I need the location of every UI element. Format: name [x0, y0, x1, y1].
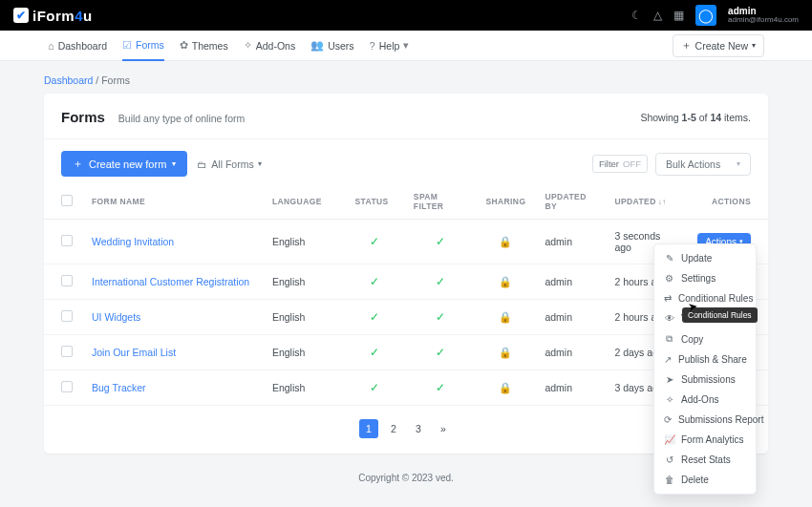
- nav-themes[interactable]: ✿Themes: [180, 32, 228, 60]
- result-summary: Showing 1-5 of 14 items.: [640, 112, 751, 123]
- nav-dashboard[interactable]: ⌂Dashboard: [48, 32, 107, 60]
- page-3[interactable]: 3: [409, 419, 428, 438]
- action-conditional-rules[interactable]: ⇄Conditional Rules: [654, 288, 756, 308]
- plus-icon: ＋: [681, 39, 692, 53]
- spam-active-icon: ✓: [436, 310, 445, 324]
- action-submissions[interactable]: ➤Submissions: [654, 370, 756, 390]
- col-status[interactable]: STATUS: [345, 184, 403, 220]
- send-icon: ➤: [664, 374, 674, 385]
- chart-icon: 📈: [664, 434, 674, 445]
- row-checkbox[interactable]: [61, 310, 73, 322]
- pencil-icon: ✎: [664, 253, 674, 264]
- col-updated-by[interactable]: UPDATED BY: [535, 184, 605, 220]
- row-checkbox[interactable]: [61, 346, 73, 357]
- logo-mark-icon: ✔: [13, 8, 29, 23]
- nav-forms[interactable]: ☑Forms: [122, 32, 164, 61]
- row-updated-by: admin: [535, 335, 605, 370]
- lock-icon: 🔒: [499, 236, 512, 247]
- row-language: English: [263, 264, 346, 300]
- bulk-actions-select[interactable]: Bulk Actions ▾: [655, 153, 751, 176]
- action-delete[interactable]: 🗑Delete: [654, 470, 756, 490]
- user-info[interactable]: admin admin@iform4u.com: [728, 6, 799, 25]
- user-email: admin@iform4u.com: [728, 16, 799, 25]
- row-language: English: [263, 335, 346, 370]
- form-name-link[interactable]: UI Widgets: [82, 300, 263, 335]
- nav-help[interactable]: ?Help▾: [370, 32, 410, 60]
- theme-toggle-icon[interactable]: ☾: [631, 9, 642, 22]
- action-addons[interactable]: ✧Add-Ons: [654, 390, 756, 410]
- lock-icon: 🔒: [499, 347, 512, 358]
- row-language: English: [263, 220, 346, 264]
- form-name-link[interactable]: International Customer Registration: [82, 264, 263, 300]
- chevron-down-icon: ▾: [737, 159, 740, 168]
- row-updated-by: admin: [535, 300, 605, 335]
- notifications-icon[interactable]: △: [653, 9, 662, 22]
- page-2[interactable]: 2: [384, 419, 403, 438]
- folder-filter[interactable]: 🗀 All Forms ▾: [197, 158, 261, 170]
- col-form-name[interactable]: FORM NAME: [82, 184, 263, 220]
- create-new-button[interactable]: ＋ Create New ▾: [673, 34, 764, 57]
- home-icon: ⌂: [48, 40, 54, 52]
- col-spam[interactable]: SPAM FILTER: [404, 184, 477, 220]
- row-language: English: [263, 300, 346, 335]
- action-update[interactable]: ✎Update: [654, 248, 756, 268]
- plus-icon: ＋: [73, 157, 83, 171]
- row-checkbox[interactable]: [61, 275, 73, 286]
- logo-text: iForm4u: [32, 8, 93, 24]
- breadcrumb: Dashboard / Forms: [0, 61, 812, 94]
- col-updated[interactable]: UPDATED↓↑: [605, 184, 688, 220]
- chevron-down-icon: ▾: [403, 39, 409, 52]
- action-settings[interactable]: ⚙Settings: [654, 268, 756, 288]
- sort-desc-icon: ↓↑: [658, 198, 667, 206]
- palette-icon: ✿: [180, 39, 188, 52]
- row-updated-by: admin: [535, 220, 605, 264]
- form-name-link[interactable]: Bug Tracker: [82, 370, 263, 406]
- brand-logo[interactable]: ✔ iForm4u: [13, 8, 93, 24]
- action-submissions-report[interactable]: ⟳Submissions Report: [654, 410, 756, 430]
- chevron-down-icon: ▾: [752, 41, 756, 50]
- action-analytics[interactable]: 📈Form Analytics: [654, 430, 756, 450]
- select-all-checkbox[interactable]: [61, 195, 73, 206]
- spam-active-icon: ✓: [436, 346, 445, 359]
- create-form-button[interactable]: ＋ Create new form ▾: [61, 151, 187, 177]
- lock-icon: 🔒: [499, 311, 512, 323]
- page-1[interactable]: 1: [359, 419, 378, 438]
- chevron-down-icon: ▾: [258, 159, 262, 168]
- gear-icon: ⚙: [664, 273, 674, 284]
- status-active-icon: ✓: [370, 275, 379, 288]
- copy-icon: ⧉: [664, 333, 674, 345]
- spam-active-icon: ✓: [436, 235, 445, 248]
- row-checkbox[interactable]: [61, 381, 73, 392]
- puzzle-icon: ✧: [244, 39, 252, 52]
- card-header: Forms Build any type of online form Show…: [44, 94, 768, 139]
- topbar: ✔ iForm4u ☾ △ ▦ ◯ admin admin@iform4u.co…: [0, 0, 812, 31]
- branch-icon: ⇄: [664, 293, 672, 304]
- help-icon: ?: [370, 40, 375, 52]
- lock-icon: 🔒: [499, 276, 512, 287]
- action-reset-stats[interactable]: ↺Reset Stats: [654, 450, 756, 470]
- nav-addons[interactable]: ✧Add-Ons: [244, 32, 295, 60]
- eye-icon: 👁: [664, 313, 674, 324]
- main-nav: ⌂Dashboard ☑Forms ✿Themes ✧Add-Ons 👥User…: [0, 31, 812, 61]
- share-icon: ↗: [664, 354, 672, 365]
- user-avatar[interactable]: ◯: [695, 5, 716, 26]
- row-actions-menu: ✎Update ⚙Settings ⇄Conditional Rules 👁Vi…: [653, 243, 757, 495]
- row-updated-by: admin: [535, 264, 605, 300]
- spam-active-icon: ✓: [436, 381, 445, 394]
- action-copy[interactable]: ⧉Copy: [654, 328, 756, 349]
- breadcrumb-dashboard[interactable]: Dashboard: [44, 74, 93, 86]
- page-subtitle: Build any type of online form: [118, 113, 246, 124]
- col-sharing[interactable]: SHARING: [476, 184, 535, 220]
- action-publish[interactable]: ↗Publish & Share: [654, 349, 756, 370]
- chevron-down-icon: ▾: [172, 159, 176, 168]
- form-name-link[interactable]: Join Our Email List: [82, 335, 263, 370]
- apps-grid-icon[interactable]: ▦: [673, 9, 684, 22]
- spam-active-icon: ✓: [436, 275, 445, 288]
- nav-users[interactable]: 👥Users: [310, 32, 353, 60]
- row-checkbox[interactable]: [61, 235, 73, 246]
- col-language[interactable]: LANGUAGE: [263, 184, 346, 220]
- filter-toggle[interactable]: FilterOFF: [592, 155, 648, 173]
- form-name-link[interactable]: Wedding Invitation: [82, 220, 263, 264]
- page-next[interactable]: »: [434, 419, 453, 438]
- check-square-icon: ☑: [122, 39, 132, 52]
